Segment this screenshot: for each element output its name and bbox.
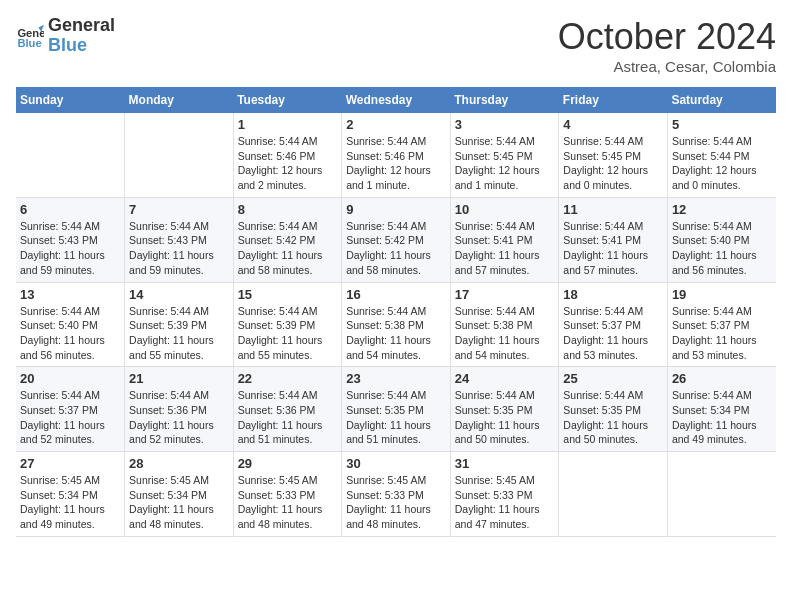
cell-content: Daylight: 11 hours and 50 minutes. [563, 418, 663, 447]
calendar-cell: 29Sunrise: 5:45 AMSunset: 5:33 PMDayligh… [233, 452, 342, 537]
cell-content: Sunset: 5:34 PM [20, 488, 120, 503]
calendar-cell: 9Sunrise: 5:44 AMSunset: 5:42 PMDaylight… [342, 197, 451, 282]
cell-content: Sunset: 5:39 PM [129, 318, 229, 333]
day-number: 6 [20, 202, 120, 217]
cell-content: Sunrise: 5:44 AM [672, 219, 772, 234]
cell-content: Daylight: 12 hours and 1 minute. [346, 163, 446, 192]
cell-content: Sunrise: 5:44 AM [672, 304, 772, 319]
cell-content: Sunrise: 5:44 AM [455, 219, 555, 234]
cell-content: Daylight: 11 hours and 48 minutes. [129, 502, 229, 531]
calendar-cell: 19Sunrise: 5:44 AMSunset: 5:37 PMDayligh… [667, 282, 776, 367]
cell-content: Sunset: 5:35 PM [455, 403, 555, 418]
cell-content: Sunset: 5:44 PM [672, 149, 772, 164]
cell-content: Sunset: 5:34 PM [129, 488, 229, 503]
cell-content: Sunrise: 5:44 AM [238, 304, 338, 319]
logo-icon: General Blue [16, 22, 44, 50]
logo-text: General Blue [48, 16, 115, 56]
day-number: 2 [346, 117, 446, 132]
cell-content: Daylight: 11 hours and 57 minutes. [563, 248, 663, 277]
header-wednesday: Wednesday [342, 87, 451, 113]
cell-content: Daylight: 11 hours and 58 minutes. [346, 248, 446, 277]
calendar-cell: 7Sunrise: 5:44 AMSunset: 5:43 PMDaylight… [125, 197, 234, 282]
header-tuesday: Tuesday [233, 87, 342, 113]
cell-content: Daylight: 11 hours and 52 minutes. [129, 418, 229, 447]
page-header: General Blue General Blue October 2024 A… [16, 16, 776, 75]
cell-content: Sunset: 5:41 PM [455, 233, 555, 248]
cell-content: Daylight: 11 hours and 47 minutes. [455, 502, 555, 531]
calendar-cell: 27Sunrise: 5:45 AMSunset: 5:34 PMDayligh… [16, 452, 125, 537]
day-number: 31 [455, 456, 555, 471]
cell-content: Sunset: 5:46 PM [238, 149, 338, 164]
cell-content: Sunset: 5:43 PM [20, 233, 120, 248]
calendar-header: SundayMondayTuesdayWednesdayThursdayFrid… [16, 87, 776, 113]
header-thursday: Thursday [450, 87, 559, 113]
cell-content: Sunrise: 5:44 AM [346, 219, 446, 234]
cell-content: Daylight: 11 hours and 59 minutes. [20, 248, 120, 277]
cell-content: Sunset: 5:46 PM [346, 149, 446, 164]
cell-content: Daylight: 11 hours and 49 minutes. [20, 502, 120, 531]
cell-content: Sunset: 5:45 PM [563, 149, 663, 164]
calendar-cell: 17Sunrise: 5:44 AMSunset: 5:38 PMDayligh… [450, 282, 559, 367]
cell-content: Daylight: 11 hours and 51 minutes. [238, 418, 338, 447]
calendar-cell: 6Sunrise: 5:44 AMSunset: 5:43 PMDaylight… [16, 197, 125, 282]
calendar-week-1: 1Sunrise: 5:44 AMSunset: 5:46 PMDaylight… [16, 113, 776, 197]
calendar-cell: 24Sunrise: 5:44 AMSunset: 5:35 PMDayligh… [450, 367, 559, 452]
calendar-cell: 5Sunrise: 5:44 AMSunset: 5:44 PMDaylight… [667, 113, 776, 197]
day-number: 5 [672, 117, 772, 132]
calendar-cell: 22Sunrise: 5:44 AMSunset: 5:36 PMDayligh… [233, 367, 342, 452]
day-number: 25 [563, 371, 663, 386]
calendar-cell [667, 452, 776, 537]
cell-content: Daylight: 11 hours and 50 minutes. [455, 418, 555, 447]
cell-content: Sunrise: 5:44 AM [563, 304, 663, 319]
cell-content: Daylight: 12 hours and 0 minutes. [563, 163, 663, 192]
calendar-cell: 4Sunrise: 5:44 AMSunset: 5:45 PMDaylight… [559, 113, 668, 197]
cell-content: Sunrise: 5:44 AM [455, 134, 555, 149]
cell-content: Sunset: 5:35 PM [346, 403, 446, 418]
day-number: 9 [346, 202, 446, 217]
cell-content: Sunrise: 5:44 AM [238, 388, 338, 403]
cell-content: Sunrise: 5:44 AM [129, 304, 229, 319]
day-number: 7 [129, 202, 229, 217]
cell-content: Daylight: 11 hours and 54 minutes. [346, 333, 446, 362]
calendar-cell: 3Sunrise: 5:44 AMSunset: 5:45 PMDaylight… [450, 113, 559, 197]
day-number: 1 [238, 117, 338, 132]
cell-content: Sunset: 5:37 PM [563, 318, 663, 333]
cell-content: Sunrise: 5:44 AM [129, 219, 229, 234]
cell-content: Sunset: 5:37 PM [672, 318, 772, 333]
cell-content: Sunrise: 5:44 AM [672, 388, 772, 403]
day-number: 24 [455, 371, 555, 386]
day-number: 12 [672, 202, 772, 217]
day-number: 23 [346, 371, 446, 386]
calendar-cell: 23Sunrise: 5:44 AMSunset: 5:35 PMDayligh… [342, 367, 451, 452]
day-number: 13 [20, 287, 120, 302]
header-row: SundayMondayTuesdayWednesdayThursdayFrid… [16, 87, 776, 113]
calendar-cell [125, 113, 234, 197]
cell-content: Sunrise: 5:44 AM [346, 134, 446, 149]
day-number: 26 [672, 371, 772, 386]
cell-content: Sunrise: 5:45 AM [129, 473, 229, 488]
cell-content: Daylight: 11 hours and 54 minutes. [455, 333, 555, 362]
cell-content: Sunrise: 5:44 AM [20, 219, 120, 234]
cell-content: Sunrise: 5:44 AM [563, 134, 663, 149]
day-number: 18 [563, 287, 663, 302]
cell-content: Sunrise: 5:45 AM [20, 473, 120, 488]
calendar-cell: 2Sunrise: 5:44 AMSunset: 5:46 PMDaylight… [342, 113, 451, 197]
cell-content: Sunset: 5:41 PM [563, 233, 663, 248]
calendar-cell: 21Sunrise: 5:44 AMSunset: 5:36 PMDayligh… [125, 367, 234, 452]
day-number: 11 [563, 202, 663, 217]
calendar-week-5: 27Sunrise: 5:45 AMSunset: 5:34 PMDayligh… [16, 452, 776, 537]
cell-content: Sunrise: 5:44 AM [238, 219, 338, 234]
cell-content: Sunrise: 5:44 AM [129, 388, 229, 403]
cell-content: Sunset: 5:33 PM [238, 488, 338, 503]
cell-content: Daylight: 11 hours and 49 minutes. [672, 418, 772, 447]
cell-content: Daylight: 11 hours and 48 minutes. [346, 502, 446, 531]
calendar-cell: 8Sunrise: 5:44 AMSunset: 5:42 PMDaylight… [233, 197, 342, 282]
cell-content: Sunrise: 5:44 AM [346, 304, 446, 319]
calendar-cell [559, 452, 668, 537]
calendar-cell: 30Sunrise: 5:45 AMSunset: 5:33 PMDayligh… [342, 452, 451, 537]
cell-content: Sunset: 5:33 PM [346, 488, 446, 503]
day-number: 14 [129, 287, 229, 302]
cell-content: Daylight: 12 hours and 0 minutes. [672, 163, 772, 192]
cell-content: Sunset: 5:43 PM [129, 233, 229, 248]
calendar-cell: 14Sunrise: 5:44 AMSunset: 5:39 PMDayligh… [125, 282, 234, 367]
